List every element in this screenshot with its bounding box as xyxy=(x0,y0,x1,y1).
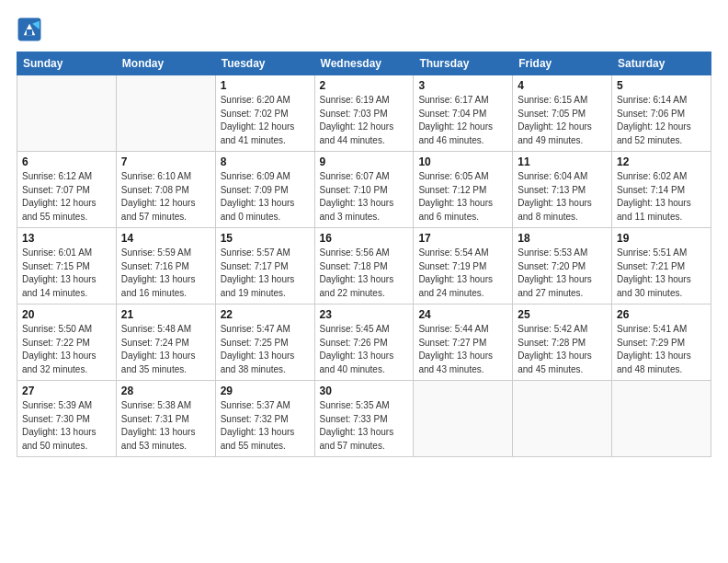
calendar-cell xyxy=(612,381,711,457)
day-info: Sunrise: 6:20 AMSunset: 7:02 PMDaylight:… xyxy=(221,94,310,147)
calendar-cell: 25Sunrise: 5:42 AMSunset: 7:28 PMDayligh… xyxy=(513,304,612,381)
calendar-cell: 7Sunrise: 6:10 AMSunset: 7:08 PMDaylight… xyxy=(116,152,215,228)
calendar-cell xyxy=(414,381,513,457)
day-info: Sunrise: 5:39 AMSunset: 7:30 PMDaylight:… xyxy=(22,399,111,453)
day-number: 5 xyxy=(617,79,706,92)
calendar-week-row: 27Sunrise: 5:39 AMSunset: 7:30 PMDayligh… xyxy=(17,381,711,457)
day-info: Sunrise: 5:45 AMSunset: 7:26 PMDaylight:… xyxy=(320,323,409,376)
day-info: Sunrise: 5:35 AMSunset: 7:33 PMDaylight:… xyxy=(320,399,409,453)
calendar-cell xyxy=(116,75,215,152)
calendar-cell: 16Sunrise: 5:56 AMSunset: 7:18 PMDayligh… xyxy=(314,228,414,304)
day-number: 10 xyxy=(418,155,507,168)
day-info: Sunrise: 6:12 AMSunset: 7:07 PMDaylight:… xyxy=(22,170,111,224)
day-number: 8 xyxy=(221,155,310,168)
day-info: Sunrise: 5:41 AMSunset: 7:29 PMDaylight:… xyxy=(617,323,706,376)
calendar-cell: 26Sunrise: 5:41 AMSunset: 7:29 PMDayligh… xyxy=(612,304,711,381)
weekday-header-tuesday: Tuesday xyxy=(215,52,314,75)
calendar-cell: 21Sunrise: 5:48 AMSunset: 7:24 PMDayligh… xyxy=(116,304,215,381)
day-info: Sunrise: 5:57 AMSunset: 7:17 PMDaylight:… xyxy=(221,247,310,300)
calendar-cell: 27Sunrise: 5:39 AMSunset: 7:30 PMDayligh… xyxy=(17,381,117,457)
day-number: 4 xyxy=(518,79,607,92)
day-number: 20 xyxy=(22,308,111,321)
day-info: Sunrise: 5:53 AMSunset: 7:20 PMDaylight:… xyxy=(518,247,607,300)
calendar-cell: 8Sunrise: 6:09 AMSunset: 7:09 PMDaylight… xyxy=(215,152,314,228)
day-number: 6 xyxy=(22,155,111,168)
day-number: 7 xyxy=(121,155,210,168)
day-number: 25 xyxy=(518,308,607,321)
calendar-cell: 5Sunrise: 6:14 AMSunset: 7:06 PMDaylight… xyxy=(612,75,711,152)
day-info: Sunrise: 6:17 AMSunset: 7:04 PMDaylight:… xyxy=(418,94,507,147)
day-number: 12 xyxy=(617,155,706,168)
day-info: Sunrise: 5:47 AMSunset: 7:25 PMDaylight:… xyxy=(221,323,310,376)
day-info: Sunrise: 6:15 AMSunset: 7:05 PMDaylight:… xyxy=(518,94,607,147)
day-number: 1 xyxy=(221,79,310,92)
day-info: Sunrise: 5:42 AMSunset: 7:28 PMDaylight:… xyxy=(518,323,607,376)
day-number: 26 xyxy=(617,308,706,321)
day-info: Sunrise: 6:05 AMSunset: 7:12 PMDaylight:… xyxy=(418,170,507,224)
weekday-header-sunday: Sunday xyxy=(17,52,117,75)
logo xyxy=(17,17,46,42)
day-number: 11 xyxy=(518,155,607,168)
page-header xyxy=(17,17,711,42)
calendar-cell: 23Sunrise: 5:45 AMSunset: 7:26 PMDayligh… xyxy=(314,304,414,381)
day-number: 2 xyxy=(320,79,409,92)
calendar-week-row: 13Sunrise: 6:01 AMSunset: 7:15 PMDayligh… xyxy=(17,228,711,304)
day-number: 21 xyxy=(121,308,210,321)
day-info: Sunrise: 5:37 AMSunset: 7:32 PMDaylight:… xyxy=(221,399,310,453)
day-info: Sunrise: 6:04 AMSunset: 7:13 PMDaylight:… xyxy=(518,170,607,224)
calendar-cell: 17Sunrise: 5:54 AMSunset: 7:19 PMDayligh… xyxy=(414,228,513,304)
day-number: 27 xyxy=(22,385,111,397)
calendar-cell: 1Sunrise: 6:20 AMSunset: 7:02 PMDaylight… xyxy=(215,75,314,152)
calendar-cell: 24Sunrise: 5:44 AMSunset: 7:27 PMDayligh… xyxy=(414,304,513,381)
calendar-header-row: SundayMondayTuesdayWednesdayThursdayFrid… xyxy=(17,52,711,75)
day-info: Sunrise: 5:59 AMSunset: 7:16 PMDaylight:… xyxy=(121,247,210,300)
calendar-week-row: 6Sunrise: 6:12 AMSunset: 7:07 PMDaylight… xyxy=(17,152,711,228)
calendar-week-row: 20Sunrise: 5:50 AMSunset: 7:22 PMDayligh… xyxy=(17,304,711,381)
weekday-header-friday: Friday xyxy=(513,52,612,75)
weekday-header-monday: Monday xyxy=(116,52,215,75)
day-number: 19 xyxy=(617,232,706,245)
day-number: 29 xyxy=(221,385,310,397)
day-number: 22 xyxy=(221,308,310,321)
day-number: 3 xyxy=(418,79,507,92)
calendar-cell: 20Sunrise: 5:50 AMSunset: 7:22 PMDayligh… xyxy=(17,304,117,381)
weekday-header-thursday: Thursday xyxy=(414,52,513,75)
weekday-header-wednesday: Wednesday xyxy=(314,52,414,75)
day-info: Sunrise: 5:50 AMSunset: 7:22 PMDaylight:… xyxy=(22,323,111,376)
day-info: Sunrise: 6:09 AMSunset: 7:09 PMDaylight:… xyxy=(221,170,310,224)
svg-rect-2 xyxy=(27,29,32,35)
day-number: 18 xyxy=(518,232,607,245)
day-number: 9 xyxy=(320,155,409,168)
calendar-cell: 29Sunrise: 5:37 AMSunset: 7:32 PMDayligh… xyxy=(215,381,314,457)
calendar-cell: 15Sunrise: 5:57 AMSunset: 7:17 PMDayligh… xyxy=(215,228,314,304)
calendar-cell: 3Sunrise: 6:17 AMSunset: 7:04 PMDaylight… xyxy=(414,75,513,152)
calendar-cell: 11Sunrise: 6:04 AMSunset: 7:13 PMDayligh… xyxy=(513,152,612,228)
day-info: Sunrise: 5:38 AMSunset: 7:31 PMDaylight:… xyxy=(121,399,210,453)
day-number: 23 xyxy=(320,308,409,321)
logo-icon xyxy=(17,17,42,42)
day-number: 14 xyxy=(121,232,210,245)
calendar-cell: 18Sunrise: 5:53 AMSunset: 7:20 PMDayligh… xyxy=(513,228,612,304)
calendar-cell: 2Sunrise: 6:19 AMSunset: 7:03 PMDaylight… xyxy=(314,75,414,152)
day-info: Sunrise: 5:51 AMSunset: 7:21 PMDaylight:… xyxy=(617,247,706,300)
day-info: Sunrise: 5:54 AMSunset: 7:19 PMDaylight:… xyxy=(418,247,507,300)
calendar-cell: 6Sunrise: 6:12 AMSunset: 7:07 PMDaylight… xyxy=(17,152,117,228)
day-number: 17 xyxy=(418,232,507,245)
calendar-cell: 14Sunrise: 5:59 AMSunset: 7:16 PMDayligh… xyxy=(116,228,215,304)
day-number: 13 xyxy=(22,232,111,245)
day-number: 16 xyxy=(320,232,409,245)
calendar-cell: 30Sunrise: 5:35 AMSunset: 7:33 PMDayligh… xyxy=(314,381,414,457)
day-number: 28 xyxy=(121,385,210,397)
day-number: 15 xyxy=(221,232,310,245)
calendar-cell: 4Sunrise: 6:15 AMSunset: 7:05 PMDaylight… xyxy=(513,75,612,152)
calendar-cell: 10Sunrise: 6:05 AMSunset: 7:12 PMDayligh… xyxy=(414,152,513,228)
weekday-header-saturday: Saturday xyxy=(612,52,711,75)
day-info: Sunrise: 6:10 AMSunset: 7:08 PMDaylight:… xyxy=(121,170,210,224)
calendar-cell: 22Sunrise: 5:47 AMSunset: 7:25 PMDayligh… xyxy=(215,304,314,381)
day-info: Sunrise: 6:19 AMSunset: 7:03 PMDaylight:… xyxy=(320,94,409,147)
calendar-cell: 9Sunrise: 6:07 AMSunset: 7:10 PMDaylight… xyxy=(314,152,414,228)
calendar-week-row: 1Sunrise: 6:20 AMSunset: 7:02 PMDaylight… xyxy=(17,75,711,152)
day-info: Sunrise: 5:48 AMSunset: 7:24 PMDaylight:… xyxy=(121,323,210,376)
calendar-cell xyxy=(17,75,117,152)
day-info: Sunrise: 6:02 AMSunset: 7:14 PMDaylight:… xyxy=(617,170,706,224)
